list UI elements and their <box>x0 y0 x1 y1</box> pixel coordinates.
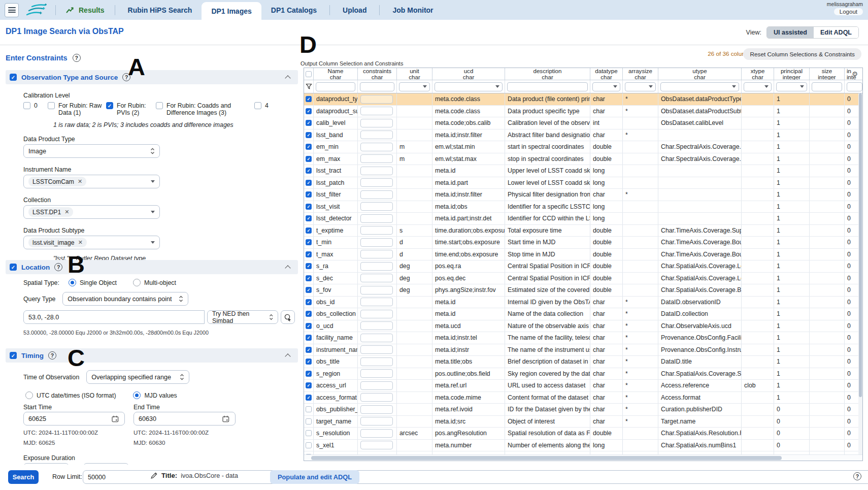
select-point-button[interactable] <box>281 310 295 324</box>
filter-select-utype[interactable] <box>660 82 739 91</box>
table-row-dataproduct-type[interactable]: dataproduct_typemeta.code.classData prod… <box>304 93 862 106</box>
view-ui-assisted-button[interactable]: UI assisted <box>767 27 814 38</box>
constraint-input[interactable] <box>360 286 393 295</box>
table-row-obs-publisher-did[interactable]: obs_publisher_didmeta.ref.ivoidID for th… <box>304 404 862 416</box>
column-header-name[interactable]: Namechar <box>314 68 358 80</box>
constraint-input[interactable] <box>360 238 393 247</box>
chip-remove-icon[interactable]: ✕ <box>78 179 82 184</box>
observation-section-checkbox[interactable] <box>10 74 17 81</box>
tab-job-monitor[interactable]: Job Monitor <box>383 0 443 20</box>
pencil-icon[interactable] <box>150 472 158 479</box>
radio[interactable] <box>69 279 76 286</box>
column-header-size[interactable]: sizeinteger <box>810 68 845 80</box>
row-checkbox[interactable] <box>306 311 312 317</box>
time-format-option-utc-date-times-iso-format[interactable]: UTC date/times (ISO format) <box>25 391 116 399</box>
checkbox[interactable] <box>156 102 163 109</box>
filter-input-name[interactable] <box>316 82 355 91</box>
table-row-s-fov[interactable]: s_fovdegphys.angSize;instr.fovEstimated … <box>304 284 862 297</box>
constraint-input[interactable] <box>360 393 393 402</box>
row-checkbox[interactable] <box>306 263 312 269</box>
table-row-s-xel1[interactable]: s_xel1meta.numberNumber of elements alon… <box>304 440 862 452</box>
row-checkbox[interactable] <box>306 358 312 365</box>
constraint-input[interactable] <box>360 405 393 414</box>
data-product-type-select[interactable]: Image <box>23 144 160 158</box>
timing-collapse-icon[interactable] <box>285 353 290 359</box>
spatial-option-multi-object[interactable]: Multi-object <box>133 279 176 286</box>
table-row-t-max[interactable]: t_maxdtime.end;obs.exposureStop time in … <box>304 249 862 261</box>
checkbox[interactable] <box>106 102 113 109</box>
column-header-arraysize[interactable]: arraysizechar <box>623 68 658 80</box>
column-header-description[interactable]: descriptionchar <box>505 68 590 80</box>
location-section-checkbox[interactable] <box>10 264 17 271</box>
constraint-input[interactable] <box>360 310 393 318</box>
section-observation-header[interactable]: Observation Type and Source <box>6 70 298 84</box>
table-row-o-ucd[interactable]: o_ucdmeta.ucdNature of the observable ax… <box>304 320 862 333</box>
constraint-input[interactable] <box>360 107 393 115</box>
table-row-obs-collection[interactable]: obs_collectionmeta.idName of the data co… <box>304 308 862 320</box>
calendar-icon[interactable] <box>112 415 119 422</box>
column-header-unit[interactable]: unitchar <box>397 68 432 80</box>
table-row-lsst-tract[interactable]: lsst_tractmeta.idUpper level of LSST coa… <box>304 165 862 177</box>
constraint-input[interactable] <box>360 345 393 354</box>
row-checkbox[interactable] <box>306 335 312 341</box>
constraint-input[interactable] <box>360 167 393 175</box>
constraint-input[interactable] <box>360 298 393 306</box>
row-checkbox[interactable] <box>306 239 312 245</box>
location-collapse-icon[interactable] <box>285 265 290 271</box>
constraint-input[interactable] <box>360 321 393 330</box>
row-checkbox[interactable] <box>306 156 312 162</box>
row-checkbox[interactable] <box>306 442 312 448</box>
reset-columns-button[interactable]: Reset Column Selections & Constraints <box>743 48 861 60</box>
row-checkbox[interactable] <box>306 144 312 150</box>
calibration-option-for-rubin-raw-data-1[interactable]: For Rubin: Raw Data (1) <box>48 102 106 116</box>
table-row-t-min[interactable]: t_mindtime.start;obs.exposureStart time … <box>304 237 862 249</box>
filter-input-in[interactable] <box>847 82 862 91</box>
table-row-instrument-name[interactable]: instrument_namemeta.id;instrThe name of … <box>304 344 862 356</box>
column-header-ucd[interactable]: ucdchar <box>432 68 505 80</box>
table-row-lsst-filter[interactable]: lsst_filtermeta.id;instr.filterPhysical … <box>304 189 862 201</box>
horizontal-scrollbar[interactable] <box>304 454 862 461</box>
subtype-chip[interactable]: lsst.visit_image ✕ <box>28 238 87 247</box>
tab-rubin-hips-search[interactable]: Rubin HiPS Search <box>118 0 202 20</box>
logout-button[interactable]: Logout <box>834 8 863 15</box>
table-options-gear-icon[interactable]: ⚙ <box>852 70 858 78</box>
column-header-utype[interactable]: utypechar <box>658 68 742 80</box>
populate-adql-button[interactable]: Populate and edit ADQL <box>270 470 359 484</box>
calibration-option-4[interactable]: 4 <box>254 102 269 116</box>
constraint-input[interactable] <box>360 250 393 258</box>
chip-remove-icon[interactable]: ✕ <box>78 240 83 245</box>
table-row-t-exptime[interactable]: t_exptimestime.duration;obs.exposureTota… <box>304 225 862 237</box>
query-type-select[interactable]: Observation boundary contains point <box>62 292 188 306</box>
select-all-checkbox[interactable] <box>306 71 312 77</box>
table-row-obs-id[interactable]: obs_idmeta.idInternal ID given by the Ob… <box>304 297 862 309</box>
constraint-input[interactable] <box>360 274 393 282</box>
row-checkbox[interactable] <box>306 191 312 198</box>
constraint-input[interactable] <box>360 369 393 378</box>
calibration-option-0[interactable]: 0 <box>23 102 48 116</box>
row-checkbox[interactable] <box>306 323 312 329</box>
row-checkbox[interactable] <box>306 180 312 186</box>
timing-help-icon[interactable] <box>48 351 56 360</box>
position-input[interactable] <box>23 310 205 324</box>
constraint-input[interactable] <box>360 334 393 342</box>
spatial-option-single-object[interactable]: Single Object <box>69 279 117 286</box>
horizontal-scrollbar-thumb[interactable] <box>311 456 782 460</box>
column-header-xtype[interactable]: xtypechar <box>742 68 774 80</box>
constraint-input[interactable] <box>360 95 393 104</box>
section-timing-header[interactable]: Timing <box>6 348 298 363</box>
filter-select-ucd[interactable] <box>435 82 503 91</box>
column-header-datatype[interactable]: datatypechar <box>590 68 623 80</box>
row-checkbox[interactable] <box>306 347 312 353</box>
sidebar-menu-button[interactable] <box>5 3 19 17</box>
collection-select[interactable]: LSST.DP1 ✕ <box>23 205 160 219</box>
data-product-subtype-select[interactable]: lsst.visit_image ✕ <box>23 236 160 249</box>
constraint-input[interactable] <box>360 154 393 163</box>
filter-input-description[interactable] <box>507 82 588 91</box>
start-time-input[interactable] <box>23 412 125 426</box>
table-row-lsst-patch[interactable]: lsst_patchmeta.id.partLower level of LSS… <box>304 177 862 189</box>
row-checkbox[interactable] <box>306 168 312 174</box>
table-row-lsst-band[interactable]: lsst_bandmeta.id;instr.filterAbstract fi… <box>304 129 862 142</box>
table-row-access-url[interactable]: access_urlmeta.ref.urlURL used to access… <box>304 380 862 392</box>
row-checkbox[interactable] <box>306 299 312 305</box>
table-row-s-region[interactable]: s_regionpos.outline;obs.fieldSky region … <box>304 368 862 380</box>
